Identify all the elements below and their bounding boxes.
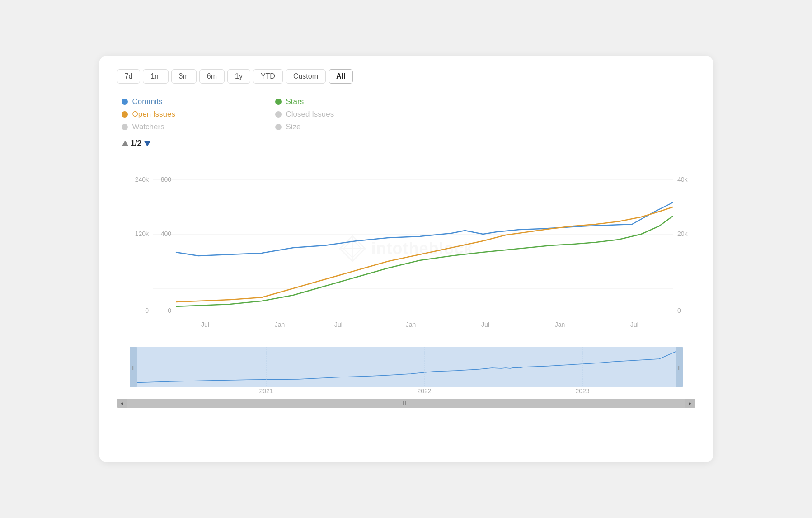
time-btn-7d[interactable]: 7d: [117, 69, 141, 84]
svg-text:Jul: Jul: [334, 321, 343, 328]
legend-label-stars: Stars: [286, 97, 304, 106]
svg-text:120k: 120k: [135, 230, 149, 237]
svg-text:2023: 2023: [575, 387, 589, 395]
closed-issues-dot: [275, 111, 282, 118]
legend-item-size[interactable]: Size: [275, 122, 402, 132]
legend-item-stars[interactable]: Stars: [275, 97, 402, 106]
time-range-selector: 7d 1m 3m 6m 1y YTD Custom All: [117, 69, 695, 84]
navigator-area: || || 2021 2022 2023: [117, 344, 695, 399]
time-btn-all[interactable]: All: [329, 69, 353, 84]
main-chart-area: intotheblock 240k 120k 0 800 400 0 40k 2…: [117, 157, 695, 340]
svg-text:Jan: Jan: [554, 321, 565, 328]
scrollbar[interactable]: ◄ III ►: [117, 399, 695, 408]
scroll-right-button[interactable]: ►: [685, 399, 695, 408]
watchers-dot: [122, 124, 128, 130]
svg-text:Jan: Jan: [274, 321, 285, 328]
scroll-track: III: [127, 399, 685, 408]
legend-label-open-issues: Open Issues: [132, 110, 175, 119]
svg-text:||: ||: [678, 365, 680, 370]
svg-text:Jul: Jul: [630, 321, 638, 328]
scroll-handle[interactable]: III: [127, 399, 685, 408]
legend-label-size: Size: [286, 122, 301, 132]
stars-dot: [275, 99, 282, 105]
svg-text:0: 0: [145, 307, 149, 314]
svg-text:0: 0: [168, 307, 171, 314]
size-dot: [275, 124, 282, 130]
time-btn-1m[interactable]: 1m: [143, 69, 168, 84]
scroll-left-button[interactable]: ◄: [117, 399, 127, 408]
svg-text:2021: 2021: [259, 387, 273, 395]
svg-text:800: 800: [160, 176, 171, 183]
commits-dot: [122, 99, 128, 105]
legend-item-open-issues[interactable]: Open Issues: [122, 110, 248, 119]
pagination-control: 1/2: [117, 139, 695, 148]
legend-item-commits[interactable]: Commits: [122, 97, 248, 106]
time-btn-3m[interactable]: 3m: [171, 69, 197, 84]
svg-text:0: 0: [677, 307, 681, 314]
time-btn-6m[interactable]: 6m: [199, 69, 225, 84]
svg-text:2022: 2022: [417, 387, 431, 395]
time-btn-custom[interactable]: Custom: [286, 69, 326, 84]
svg-text:40k: 40k: [677, 176, 688, 183]
svg-rect-25: [131, 347, 682, 387]
legend-label-commits: Commits: [132, 97, 163, 106]
main-chart-svg: 240k 120k 0 800 400 0 40k 20k 0 Jul Jan …: [117, 157, 695, 338]
time-btn-1y[interactable]: 1y: [227, 69, 250, 84]
svg-text:240k: 240k: [135, 176, 149, 183]
page-indicator: 1/2: [131, 139, 142, 148]
chart-legend: Commits Stars Open Issues Closed Issues …: [117, 97, 695, 132]
navigator-svg: || || 2021 2022 2023: [117, 344, 695, 399]
svg-text:20k: 20k: [677, 230, 688, 237]
legend-item-closed-issues[interactable]: Closed Issues: [275, 110, 402, 119]
svg-text:400: 400: [160, 230, 171, 237]
svg-text:Jan: Jan: [405, 321, 416, 328]
time-btn-ytd[interactable]: YTD: [253, 69, 283, 84]
svg-text:Jul: Jul: [481, 321, 489, 328]
svg-text:||: ||: [132, 365, 134, 370]
page-up-icon[interactable]: [122, 141, 129, 146]
legend-item-watchers[interactable]: Watchers: [122, 122, 248, 132]
legend-label-closed-issues: Closed Issues: [286, 110, 334, 119]
svg-text:Jul: Jul: [201, 321, 209, 328]
open-issues-dot: [122, 111, 128, 118]
chart-card: 7d 1m 3m 6m 1y YTD Custom All Commits St…: [99, 56, 713, 462]
legend-label-watchers: Watchers: [132, 122, 164, 132]
page-down-icon[interactable]: [144, 141, 151, 146]
